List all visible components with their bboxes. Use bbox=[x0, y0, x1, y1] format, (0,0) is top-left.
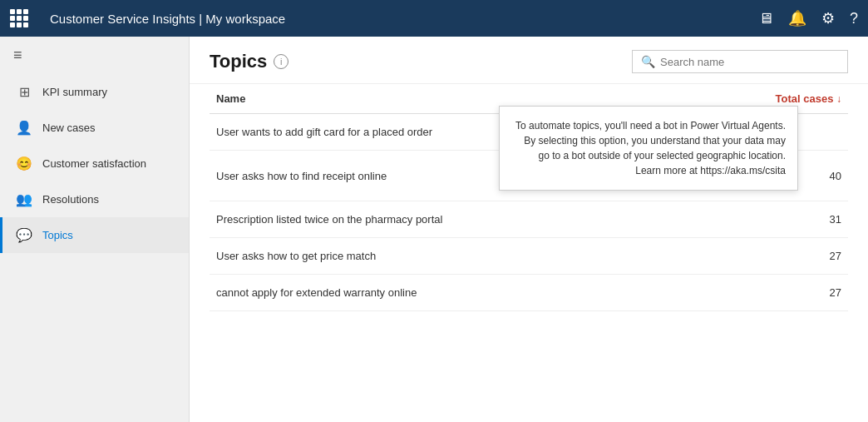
row-name: cannot apply for extended warranty onlin… bbox=[210, 275, 652, 311]
sidebar-item-kpi-summary[interactable]: ⊞ KPI summary bbox=[0, 74, 189, 110]
topics-table: Name Total cases ↓ User wants bbox=[210, 84, 848, 311]
row-total-cases: 31 bbox=[652, 201, 848, 238]
sidebar-label: New cases bbox=[42, 122, 96, 134]
resolutions-icon: 👥 bbox=[16, 191, 32, 207]
search-input[interactable] bbox=[660, 56, 839, 68]
table-row: User wants to add gift card for a placed… bbox=[210, 114, 848, 151]
sort-arrow-icon: ↓ bbox=[836, 93, 841, 105]
sidebar-label: Customer satisfaction bbox=[42, 157, 146, 170]
row-name: User asks how to get price match bbox=[210, 238, 652, 275]
top-bar-icons: 🖥 🔔 ⚙ ? bbox=[758, 9, 858, 27]
row-total-cases: 27 bbox=[652, 238, 848, 275]
search-box: 🔍 bbox=[632, 50, 848, 73]
new-cases-icon: 👤 bbox=[16, 120, 32, 136]
display-icon[interactable]: 🖥 bbox=[758, 10, 773, 27]
bell-icon[interactable]: 🔔 bbox=[788, 9, 806, 27]
search-icon: 🔍 bbox=[641, 55, 655, 68]
table-row: cannot apply for extended warranty onlin… bbox=[210, 275, 848, 311]
table-row: User asks how to get price match 27 bbox=[210, 238, 848, 275]
grid-icon bbox=[10, 9, 40, 27]
help-icon[interactable]: ? bbox=[850, 10, 858, 27]
top-bar: Customer Service Insights | My workspace… bbox=[0, 0, 868, 37]
sidebar-label: KPI summary bbox=[42, 86, 107, 98]
content-header: Topics i 🔍 bbox=[190, 37, 868, 84]
topics-icon: 💬 bbox=[16, 227, 32, 243]
customer-satisfaction-icon: 😊 bbox=[16, 156, 32, 171]
sidebar-toggle[interactable]: ≡ bbox=[0, 37, 189, 74]
row-name: Prescription listed twice on the pharmac… bbox=[210, 201, 652, 238]
row-total-cases: 27 bbox=[652, 275, 848, 311]
sidebar-item-resolutions[interactable]: 👥 Resolutions bbox=[0, 181, 189, 217]
page-title: Topics bbox=[210, 51, 267, 72]
sidebar-label: Resolutions bbox=[42, 193, 99, 206]
table-container: Name Total cases ↓ User wants bbox=[190, 84, 868, 422]
tooltip-box: To automate topics, you'll need a bot in… bbox=[499, 106, 798, 191]
sidebar-item-customer-satisfaction[interactable]: 😊 Customer satisfaction bbox=[0, 146, 189, 181]
settings-icon[interactable]: ⚙ bbox=[821, 9, 835, 27]
row-total-cases: To automate topics, you'll need a bot in… bbox=[652, 114, 848, 151]
sidebar-item-topics[interactable]: 💬 Topics bbox=[0, 217, 189, 253]
info-icon[interactable]: i bbox=[274, 54, 289, 69]
sidebar-label: Topics bbox=[42, 229, 73, 241]
main-layout: ≡ ⊞ KPI summary 👤 New cases 😊 Customer s… bbox=[0, 37, 868, 422]
sidebar: ≡ ⊞ KPI summary 👤 New cases 😊 Customer s… bbox=[0, 37, 190, 422]
sidebar-item-new-cases[interactable]: 👤 New cases bbox=[0, 110, 189, 146]
content-area: Topics i 🔍 Name bbox=[190, 37, 868, 422]
table-row: Prescription listed twice on the pharmac… bbox=[210, 201, 848, 238]
page-title-row: Topics i bbox=[210, 51, 289, 72]
kpi-summary-icon: ⊞ bbox=[16, 84, 32, 100]
app-title: Customer Service Insights | My workspace bbox=[50, 12, 758, 26]
apps-button[interactable] bbox=[10, 3, 40, 33]
app-container: Customer Service Insights | My workspace… bbox=[0, 0, 868, 422]
total-cases-value: 40 bbox=[808, 170, 841, 182]
